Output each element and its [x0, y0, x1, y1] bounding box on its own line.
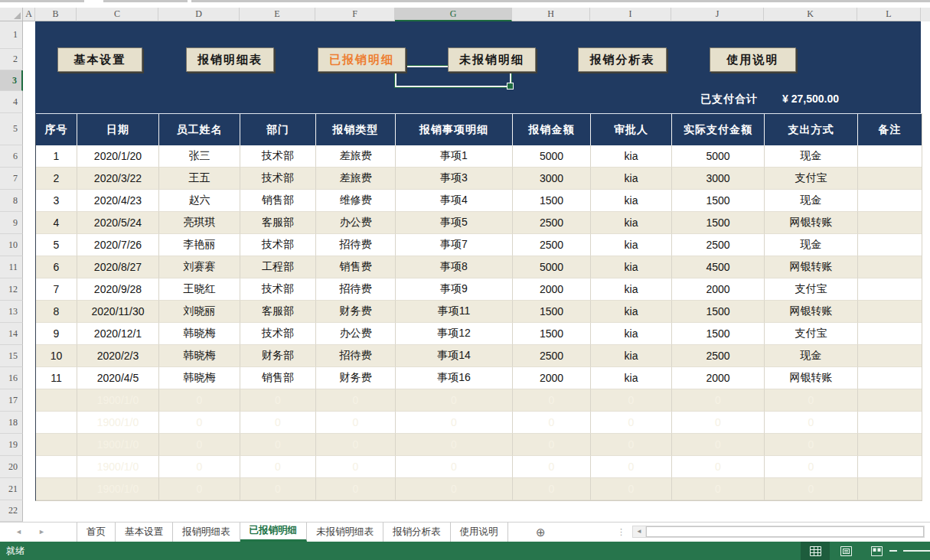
table-cell[interactable]: 财务费 [316, 367, 396, 389]
table-cell[interactable]: 5000 [513, 145, 591, 168]
table-cell[interactable]: 0 [159, 434, 240, 456]
table-cell[interactable]: 财务部 [240, 345, 316, 367]
page-layout-view-button[interactable] [831, 542, 860, 560]
row-header-3[interactable]: 3 [0, 70, 23, 91]
table-cell[interactable]: 2020/4/23 [77, 190, 159, 212]
table-cell[interactable]: 现金 [765, 145, 858, 168]
table-cell[interactable]: 工程部 [240, 256, 316, 278]
table-cell[interactable]: 10 [36, 345, 77, 367]
table-cell[interactable]: 2020/7/26 [77, 234, 159, 256]
column-header-C[interactable]: C [77, 8, 158, 21]
table-cell[interactable]: 维修费 [316, 190, 396, 212]
table-cell[interactable]: kia [591, 278, 672, 301]
table-cell[interactable]: 1500 [672, 323, 765, 345]
table-header-cell[interactable]: 实际支付金额 [672, 114, 765, 145]
table-cell[interactable]: 1500 [513, 301, 591, 323]
table-cell[interactable]: 张三 [159, 145, 240, 168]
table-cell[interactable]: 2000 [672, 278, 765, 301]
table-cell[interactable]: 0 [240, 434, 316, 456]
table-header-cell[interactable]: 备注 [858, 114, 922, 145]
table-cell[interactable]: 0 [316, 389, 396, 412]
table-cell[interactable] [858, 212, 922, 234]
table-cell[interactable]: 0 [513, 434, 591, 456]
paid-total-value[interactable]: ¥ 27,500.00 [764, 89, 857, 109]
table-cell[interactable]: kia [591, 256, 672, 278]
table-header-cell[interactable]: 报销事项明细 [396, 114, 513, 145]
column-header-D[interactable]: D [158, 8, 240, 21]
table-cell[interactable]: 现金 [765, 345, 858, 367]
table-cell[interactable]: 技术部 [240, 278, 316, 301]
tab-scroll-right-icon[interactable]: ► [38, 523, 45, 542]
table-cell[interactable]: 0 [316, 434, 396, 456]
table-cell[interactable]: 2500 [513, 345, 591, 367]
table-cell[interactable]: 2020/1/20 [77, 145, 159, 168]
table-cell[interactable]: 0 [672, 456, 765, 478]
table-cell[interactable]: 2500 [672, 234, 765, 256]
table-cell[interactable]: 销售费 [316, 256, 396, 278]
table-cell[interactable] [858, 412, 922, 434]
sheet-tab-首页[interactable]: 首页 [77, 523, 116, 542]
row-header-18[interactable]: 18 [0, 412, 23, 434]
table-cell[interactable]: 0 [513, 456, 591, 478]
column-header-J[interactable]: J [671, 8, 764, 21]
table-cell[interactable] [858, 345, 922, 367]
sheet-tab-未报销明细表[interactable]: 未报销明细表 [307, 523, 383, 542]
table-cell[interactable]: 亮琪琪 [159, 212, 240, 234]
table-cell[interactable]: 0 [765, 456, 858, 478]
table-cell[interactable]: 网银转账 [765, 212, 858, 234]
table-cell[interactable]: 2500 [513, 234, 591, 256]
table-cell[interactable]: 0 [240, 389, 316, 412]
table-cell[interactable]: 2020/4/5 [77, 367, 159, 389]
table-cell[interactable]: 0 [159, 412, 240, 434]
table-cell[interactable]: 0 [672, 412, 765, 434]
table-cell[interactable]: 现金 [765, 190, 858, 212]
row-header-12[interactable]: 12 [0, 278, 23, 301]
table-cell[interactable]: 差旅费 [316, 145, 396, 168]
table-cell[interactable]: 支付宝 [765, 323, 858, 345]
table-cell[interactable] [36, 412, 77, 434]
table-cell[interactable]: 办公费 [316, 323, 396, 345]
table-cell[interactable]: 网银转账 [765, 256, 858, 278]
table-cell[interactable]: 支付宝 [765, 168, 858, 190]
column-header-G[interactable]: G [395, 8, 512, 21]
table-cell[interactable]: 4 [36, 212, 77, 234]
table-cell[interactable]: 客服部 [240, 212, 316, 234]
table-cell[interactable]: 0 [159, 456, 240, 478]
table-cell[interactable]: 1900/1/0 [77, 478, 159, 500]
table-cell[interactable] [858, 434, 922, 456]
table-header-cell[interactable]: 审批人 [591, 114, 672, 145]
row-header-22[interactable]: 22 [0, 500, 23, 522]
table-cell[interactable]: 0 [159, 389, 240, 412]
table-cell[interactable]: 0 [765, 389, 858, 412]
table-cell[interactable]: 0 [240, 456, 316, 478]
table-cell[interactable] [858, 367, 922, 389]
row-header-17[interactable]: 17 [0, 389, 23, 412]
row-header-15[interactable]: 15 [0, 345, 23, 367]
column-header-E[interactable]: E [240, 8, 315, 21]
table-cell[interactable] [858, 278, 922, 301]
table-cell[interactable]: kia [591, 367, 672, 389]
table-cell[interactable]: 2020/2/3 [77, 345, 159, 367]
table-cell[interactable]: 0 [591, 478, 672, 500]
table-cell[interactable]: 网银转账 [765, 367, 858, 389]
table-cell[interactable]: 差旅费 [316, 168, 396, 190]
table-cell[interactable]: 0 [316, 412, 396, 434]
table-cell[interactable]: 0 [672, 478, 765, 500]
row-header-11[interactable]: 11 [0, 256, 23, 278]
table-cell[interactable]: 1 [36, 145, 77, 168]
table-cell[interactable]: kia [591, 190, 672, 212]
table-cell[interactable]: 0 [396, 478, 513, 500]
table-cell[interactable] [36, 389, 77, 412]
column-header-A[interactable]: A [23, 8, 35, 21]
table-cell[interactable]: 客服部 [240, 301, 316, 323]
column-header-H[interactable]: H [512, 8, 590, 21]
table-cell[interactable]: 技术部 [240, 234, 316, 256]
table-cell[interactable]: 0 [765, 478, 858, 500]
table-cell[interactable] [36, 434, 77, 456]
select-all-button[interactable] [0, 8, 23, 21]
table-cell[interactable]: 王五 [159, 168, 240, 190]
row-header-19[interactable]: 19 [0, 434, 23, 456]
nav-button-2[interactable]: 报销明细表 [186, 47, 274, 72]
table-cell[interactable]: 5 [36, 234, 77, 256]
table-header-cell[interactable]: 日期 [77, 114, 159, 145]
